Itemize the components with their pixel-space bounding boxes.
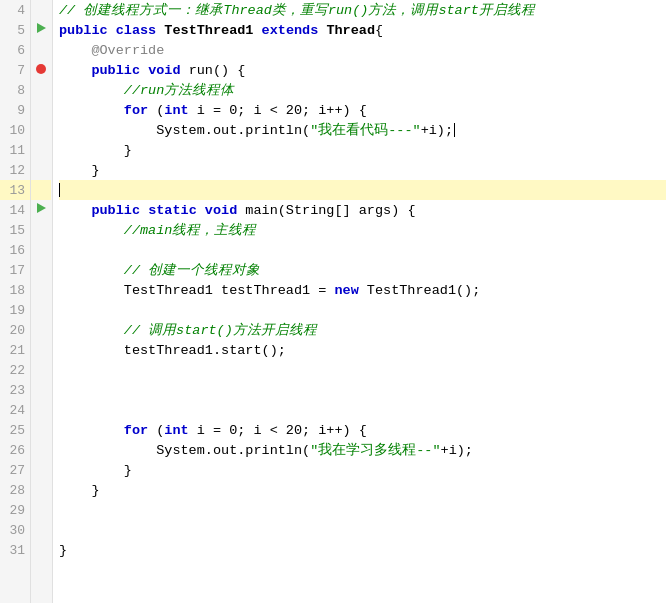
ln-14: 14 xyxy=(0,200,30,220)
ln-11: 11 xyxy=(0,140,30,160)
gutter-22 xyxy=(31,360,51,380)
code-line-11: } xyxy=(59,140,666,160)
gutter-25 xyxy=(31,420,51,440)
ln-21: 21 xyxy=(0,340,30,360)
line-numbers: 4 5 6 7 8 9 10 11 12 13 14 15 16 17 18 1… xyxy=(0,0,31,603)
ln-23: 23 xyxy=(0,380,30,400)
code-content[interactable]: // 创建线程方式一：继承Thread类，重写run()方法，调用start开启… xyxy=(53,0,666,603)
gutter-5[interactable] xyxy=(31,20,51,40)
gutter-26 xyxy=(31,440,51,460)
ln-16: 16 xyxy=(0,240,30,260)
gutter-15 xyxy=(31,220,51,240)
code-line-7: public void run() { xyxy=(59,60,666,80)
gutter-24 xyxy=(31,400,51,420)
code-line-19 xyxy=(59,300,666,320)
gutter xyxy=(31,0,53,603)
code-line-29 xyxy=(59,500,666,520)
ln-24: 24 xyxy=(0,400,30,420)
run-icon-14[interactable] xyxy=(35,202,47,218)
ln-5: 5 xyxy=(0,20,30,40)
svg-marker-2 xyxy=(37,203,46,213)
ln-12: 12 xyxy=(0,160,30,180)
code-line-30 xyxy=(59,520,666,540)
code-line-12: } xyxy=(59,160,666,180)
gutter-10 xyxy=(31,120,51,140)
code-line-28: } xyxy=(59,480,666,500)
gutter-27 xyxy=(31,460,51,480)
code-line-8: //run方法线程体 xyxy=(59,80,666,100)
ln-22: 22 xyxy=(0,360,30,380)
code-line-18: TestThread1 testThread1 = new TestThread… xyxy=(59,280,666,300)
code-line-14: public static void main(String[] args) { xyxy=(59,200,666,220)
svg-point-1 xyxy=(36,64,46,74)
ln-9: 9 xyxy=(0,100,30,120)
gutter-9 xyxy=(31,100,51,120)
code-line-5: public class TestThread1 extends Thread{ xyxy=(59,20,666,40)
line-numbers-panel: 4 5 6 7 8 9 10 11 12 13 14 15 16 17 18 1… xyxy=(0,0,53,603)
code-line-4: // 创建线程方式一：继承Thread类，重写run()方法，调用start开启… xyxy=(59,0,666,20)
code-line-17: // 创建一个线程对象 xyxy=(59,260,666,280)
ln-17: 17 xyxy=(0,260,30,280)
code-line-9: for (int i = 0; i < 20; i++) { xyxy=(59,100,666,120)
ln-30: 30 xyxy=(0,520,30,540)
code-editor: 4 5 6 7 8 9 10 11 12 13 14 15 16 17 18 1… xyxy=(0,0,666,603)
ln-10: 10 xyxy=(0,120,30,140)
ln-18: 18 xyxy=(0,280,30,300)
gutter-16 xyxy=(31,240,51,260)
ln-25: 25 xyxy=(0,420,30,440)
code-area: 4 5 6 7 8 9 10 11 12 13 14 15 16 17 18 1… xyxy=(0,0,666,603)
ln-15: 15 xyxy=(0,220,30,240)
gutter-7[interactable] xyxy=(31,60,51,80)
ln-31: 31 xyxy=(0,540,30,560)
gutter-6 xyxy=(31,40,51,60)
gutter-31 xyxy=(31,540,51,560)
gutter-29 xyxy=(31,500,51,520)
gutter-30 xyxy=(31,520,51,540)
code-line-25: for (int i = 0; i < 20; i++) { xyxy=(59,420,666,440)
ln-20: 20 xyxy=(0,320,30,340)
code-line-16 xyxy=(59,240,666,260)
gutter-4 xyxy=(31,0,51,20)
ln-19: 19 xyxy=(0,300,30,320)
ln-29: 29 xyxy=(0,500,30,520)
svg-marker-0 xyxy=(37,23,46,33)
gutter-21 xyxy=(31,340,51,360)
code-line-6: @Override xyxy=(59,40,666,60)
gutter-28 xyxy=(31,480,51,500)
ln-27: 27 xyxy=(0,460,30,480)
breakpoint-icon-7[interactable] xyxy=(36,63,46,78)
ln-4: 4 xyxy=(0,0,30,20)
gutter-20 xyxy=(31,320,51,340)
gutter-19 xyxy=(31,300,51,320)
ln-13: 13 xyxy=(0,180,30,200)
run-icon-5[interactable] xyxy=(35,22,47,38)
ln-28: 28 xyxy=(0,480,30,500)
ln-8: 8 xyxy=(0,80,30,100)
code-line-26: System.out.println("我在学习多线程--"+i); xyxy=(59,440,666,460)
ln-7: 7 xyxy=(0,60,30,80)
code-line-22 xyxy=(59,360,666,380)
gutter-12 xyxy=(31,160,51,180)
gutter-11 xyxy=(31,140,51,160)
code-line-21: testThread1.start(); xyxy=(59,340,666,360)
ln-26: 26 xyxy=(0,440,30,460)
code-line-13 xyxy=(59,180,666,200)
code-line-23 xyxy=(59,380,666,400)
gutter-13 xyxy=(31,180,51,200)
code-line-10: System.out.println("我在看代码---"+i); xyxy=(59,120,666,140)
code-line-31: } xyxy=(59,540,666,560)
code-line-27: } xyxy=(59,460,666,480)
code-line-15: //main线程，主线程 xyxy=(59,220,666,240)
gutter-17 xyxy=(31,260,51,280)
code-line-20: // 调用start()方法开启线程 xyxy=(59,320,666,340)
gutter-14[interactable] xyxy=(31,200,51,220)
gutter-18 xyxy=(31,280,51,300)
code-line-24 xyxy=(59,400,666,420)
ln-6: 6 xyxy=(0,40,30,60)
gutter-8 xyxy=(31,80,51,100)
gutter-23 xyxy=(31,380,51,400)
